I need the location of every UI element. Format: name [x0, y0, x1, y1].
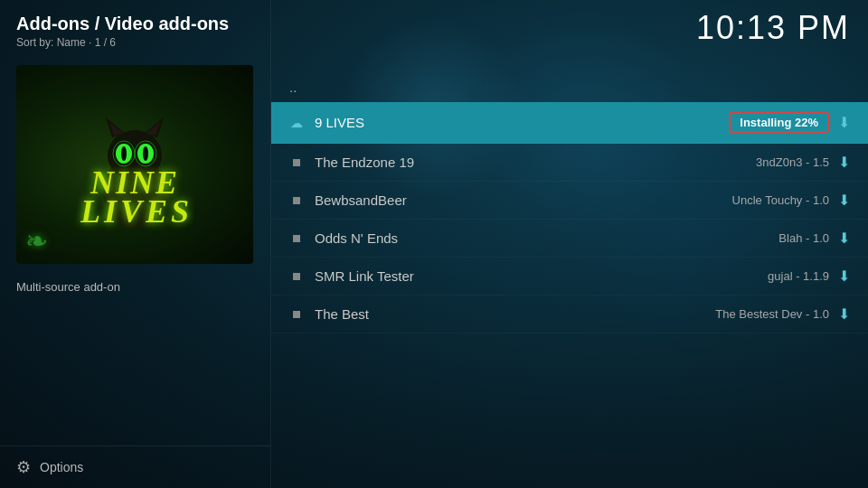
list-item[interactable]: SMR Link Tester gujal - 1.1.9 ⬇ — [271, 258, 868, 296]
download-icon: ⬇ — [838, 230, 850, 247]
main-content: 10:13 PM .. ☁ 9 LIVES Installing 22% ⬇ — [271, 0, 868, 488]
item-bullet-icon — [289, 155, 304, 170]
addon-description: Multi-source add-on — [0, 273, 270, 301]
download-icon: ⬇ — [838, 192, 850, 209]
item-meta: 3ndZ0n3 - 1.5 ⬇ — [756, 154, 850, 171]
cloud-download-icon: ☁ — [289, 116, 304, 130]
sidebar-header: Add-ons / Video add-ons Sort by: Name · … — [0, 0, 270, 56]
sidebar-footer[interactable]: ⚙ Options — [0, 446, 270, 488]
install-progress-badge: Installing 22% — [729, 112, 829, 133]
item-bullet-icon — [289, 269, 304, 284]
svg-point-10 — [121, 146, 127, 161]
item-name: BewbsandBeer — [315, 192, 732, 208]
addon-thumbnail: NINE LIVES ❧ — [16, 65, 253, 264]
item-name: The Best — [315, 306, 715, 322]
list-back-item[interactable]: .. — [271, 72, 868, 102]
list-item[interactable]: BewbsandBeer Uncle Touchy - 1.0 ⬇ — [271, 182, 868, 220]
item-bullet-icon — [289, 193, 304, 208]
list-item[interactable]: ☁ 9 LIVES Installing 22% ⬇ — [271, 102, 868, 144]
download-icon: ⬇ — [838, 114, 850, 131]
options-label: Options — [40, 460, 83, 474]
item-meta: Uncle Touchy - 1.0 ⬇ — [732, 192, 850, 209]
list-item[interactable]: Odds N' Ends Blah - 1.0 ⬇ — [271, 220, 868, 258]
addon-list: .. ☁ 9 LIVES Installing 22% ⬇ The Endzon… — [271, 72, 868, 488]
list-item[interactable]: The Endzone 19 3ndZ0n3 - 1.5 ⬇ — [271, 144, 868, 182]
sidebar: Add-ons / Video add-ons Sort by: Name · … — [0, 0, 271, 488]
item-name: SMR Link Tester — [315, 268, 768, 284]
item-name: The Endzone 19 — [315, 155, 756, 170]
item-meta: Blah - 1.0 ⬇ — [778, 230, 850, 247]
list-item[interactable]: The Best The Bestest Dev - 1.0 ⬇ — [271, 296, 868, 333]
options-icon: ⚙ — [16, 457, 31, 477]
item-name: Odds N' Ends — [315, 230, 778, 246]
svg-point-11 — [143, 146, 148, 161]
item-name: 9 LIVES — [315, 115, 729, 130]
item-bullet-icon — [289, 307, 304, 322]
item-meta: Installing 22% ⬇ — [729, 112, 850, 133]
time-display: 10:13 PM — [696, 9, 850, 47]
sort-info: Sort by: Name · 1 / 6 — [16, 36, 254, 49]
download-icon: ⬇ — [838, 267, 850, 285]
page-title: Add-ons / Video add-ons — [16, 13, 254, 34]
nine-lives-art: NINE LIVES — [80, 92, 189, 237]
item-meta: gujal - 1.1.9 ⬇ — [768, 267, 850, 285]
swirl-decoration: ❧ — [25, 225, 48, 257]
item-meta: The Bestest Dev - 1.0 ⬇ — [715, 305, 850, 323]
download-icon: ⬇ — [838, 305, 850, 323]
item-bullet-icon — [289, 231, 304, 246]
download-icon: ⬇ — [838, 154, 850, 171]
